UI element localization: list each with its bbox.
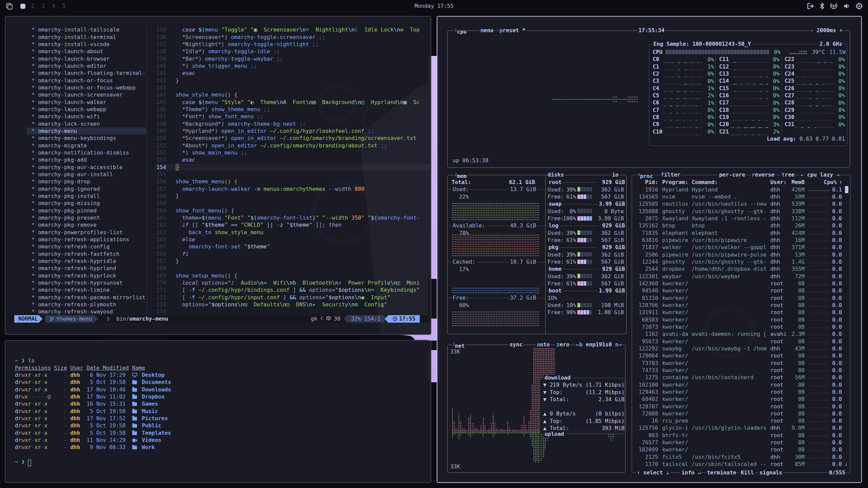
outline-item[interactable]: * omarchy-refresh-hyprland — [32, 265, 116, 272]
proc-box-title[interactable]: 4proc — [637, 171, 654, 178]
outline-item[interactable]: * omarchy-migrate — [32, 142, 87, 149]
net-sync-button[interactable]: sync — [509, 341, 524, 348]
outline-item[interactable]: * omarchy-refresh-fastfetch — [32, 250, 119, 258]
editor-window[interactable]: * omarchy-install-tailscale* omarchy-ins… — [5, 16, 431, 335]
outline-item[interactable]: * omarchy-launch-walker — [32, 99, 106, 106]
proc-reverse-button[interactable]: reverse — [751, 171, 775, 178]
cpu-preset-button[interactable]: preset * — [498, 27, 527, 34]
core-pct: 0% — [832, 70, 845, 77]
proc-user: dhh — [770, 265, 780, 272]
net-iface[interactable]: ←b enp191s0 n→ — [575, 341, 623, 348]
outline-item[interactable]: * omarchy-install-terminal — [32, 34, 116, 41]
outline-item-label: omarchy-refresh-fastfetch — [38, 251, 119, 257]
terminal-window[interactable]: ~ ❯ lsPermissions Size User Date Modifie… — [5, 340, 431, 483]
disk-pct: 0% — [562, 208, 576, 215]
cpu-icon[interactable] — [856, 3, 863, 9]
ls-row: drwxr-xr-x - dhh 6 Nov 17:29 Desktop — [15, 371, 164, 379]
disks-io-button[interactable]: io — [611, 171, 619, 178]
cpu-interval[interactable]: - 2000ms + — [809, 27, 844, 34]
proc-header-pid[interactable]: Pid: — [645, 179, 658, 186]
proc-footer-signals[interactable]: signals — [758, 469, 783, 476]
outline-item[interactable]: * omarchy-refresh-hyprsunset — [32, 279, 123, 286]
outline-item[interactable]: * omarchy-launch-editor — [32, 62, 106, 69]
outline-item[interactable]: * omarchy-pkg-aur-install — [32, 171, 113, 178]
proc-sort-arrow[interactable]: ↑ — [839, 179, 846, 186]
outline-item[interactable]: * omarchy-launch-floating-terminal- — [32, 69, 145, 77]
outline-item[interactable]: * omarchy-refresh-limine — [32, 286, 110, 293]
outline-item[interactable]: * omarchy-pkg-remove — [32, 221, 97, 228]
outline-item[interactable]: * omarchy-launch-screensaver — [32, 91, 123, 98]
disk-name: pkg — [548, 244, 559, 251]
net-zero-button[interactable]: zero — [555, 341, 570, 348]
outline-item[interactable]: * omarchy-notification-dismiss — [32, 149, 129, 156]
proc-footer-select[interactable]: ↑ select ↓ — [636, 469, 670, 476]
outline-item[interactable]: * omarchy-lock-screen — [32, 120, 100, 127]
bluetooth-icon[interactable] — [820, 3, 824, 9]
net-stat-row: ▲ 0 Byte/s (0 bitps) — [543, 410, 625, 417]
core-divider — [715, 56, 716, 136]
cpu-menu-button[interactable]: menu — [479, 27, 494, 34]
proc-filter-button[interactable]: filter — [660, 171, 682, 178]
proc-percore-button[interactable]: per-core — [718, 171, 746, 178]
outline-item[interactable]: * omarchy-launch-or-focus-webapp — [32, 84, 136, 91]
proc-footer-terminate[interactable]: terminate — [706, 469, 737, 476]
outline-item[interactable]: * omarchy-pkg-add — [32, 156, 87, 163]
outline-item[interactable]: * omarchy-pkg-pinned — [32, 207, 97, 214]
proc-header-user[interactable]: User: — [770, 179, 791, 186]
outline-item[interactable]: * omarchy-pkg-aur-accessible — [32, 164, 123, 171]
outline-item[interactable]: * omarchy-refresh-hypridle — [32, 258, 116, 265]
outline-item[interactable]: * omarchy-refresh-hyprlock — [32, 272, 116, 279]
logout-icon[interactable] — [807, 3, 814, 9]
folder-icon — [132, 444, 139, 451]
cpu-box-title[interactable]: 1cpu — [454, 27, 468, 34]
outline-item[interactable]: * omarchy-powerprofiles-list — [32, 229, 123, 236]
mem-box-title[interactable]: 2mem — [454, 171, 468, 178]
outline-item[interactable]: * omarchy-install-vscode — [32, 41, 110, 48]
outline-item[interactable]: * omarchy-launch-webapp — [32, 106, 106, 113]
network-icon[interactable] — [830, 3, 837, 9]
outline-item[interactable]: * omarchy-launch-browser — [32, 55, 110, 62]
outline-item[interactable]: * omarchy-pkg-missing — [32, 200, 100, 207]
outline-item[interactable]: * omarchy-refresh-swayosd — [32, 308, 113, 315]
outline-item[interactable]: * omarchy-menu-keybindings — [32, 135, 116, 142]
proc-header-cpu[interactable]: Cpu% — [821, 179, 837, 186]
proc-header-command[interactable]: Command: — [692, 179, 726, 186]
proc-pid: 128706 — [632, 302, 658, 309]
outline-item[interactable]: * omarchy-install-tailscale — [32, 26, 119, 33]
outline-item[interactable]: * omarchy-refresh-applications — [32, 236, 129, 243]
proc-mem: 0B — [788, 294, 805, 302]
outline-item[interactable]: * omarchy-launch-or-focus — [32, 77, 113, 84]
proc-nav[interactable]: ← cpu lazy → — [800, 171, 841, 178]
outline-item[interactable]: * omarchy-launch-about — [32, 48, 103, 55]
outline-item[interactable]: * omarchy-pkg-ignored — [32, 185, 100, 192]
outline-item[interactable]: * omarchy-pkg-present — [32, 214, 100, 221]
outline-item[interactable]: * omarchy-pkg-install — [32, 192, 100, 200]
proc-cpu: 0.0 — [829, 410, 842, 417]
volume-icon[interactable] — [843, 3, 850, 9]
btop-window[interactable]: 1cpumenupreset *17:55:34- 2000ms +up 06:… — [437, 16, 862, 483]
line-number: 149 — [153, 127, 166, 135]
outline-item[interactable]: * omarchy-pkg-drop — [32, 178, 90, 185]
proc-tree-button[interactable]: tree — [781, 171, 795, 178]
outline-item[interactable]: * omarchy-menu — [32, 127, 77, 135]
proc-header-program[interactable]: Program: — [662, 179, 696, 186]
proc-pid: 2075 — [632, 215, 658, 222]
net-stat-row: ▼ Total: 2.34 GiB — [543, 396, 625, 403]
statusline-branch[interactable]: themes-menu — [45, 315, 98, 323]
outline-item[interactable]: * omarchy-refresh-plymouth — [32, 301, 116, 308]
outline-item[interactable]: * omarchy-refresh-pacman-mirrorlist — [32, 294, 145, 301]
outline-item[interactable]: * omarchy-launch-wifi — [32, 113, 100, 120]
disks-box-title[interactable]: disks — [547, 171, 565, 178]
proc-footer-info[interactable]: info ↵ — [680, 469, 702, 476]
waybar-clock[interactable]: Monday 17:55 — [0, 2, 868, 9]
proc-header-mem[interactable]: MemB — [788, 179, 805, 186]
ls-user: dhh — [70, 444, 80, 450]
proc-scrollbar[interactable] — [845, 186, 848, 193]
net-auto-button[interactable]: auto — [536, 341, 551, 348]
shell-prompt[interactable]: ~ ❯ — [15, 458, 31, 466]
outline-item[interactable]: * omarchy-refresh-config — [32, 243, 110, 250]
proc-program: ghostty — [662, 208, 690, 215]
net-box-title[interactable]: 3net — [452, 341, 466, 348]
proc-footer-kill[interactable]: Kill — [740, 469, 755, 476]
proc-cpu: 0.0 — [829, 294, 842, 302]
